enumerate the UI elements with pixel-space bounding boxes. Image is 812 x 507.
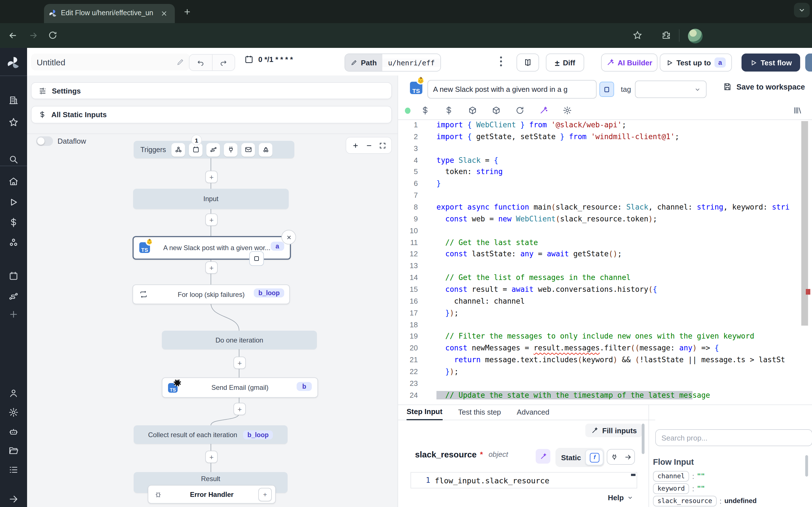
prop-row[interactable]: keyword:"" xyxy=(653,482,805,495)
test-flow-button[interactable]: Test flow xyxy=(742,54,800,71)
extensions-icon[interactable] xyxy=(661,31,671,40)
insert-step-button[interactable]: + xyxy=(205,451,218,463)
sidebar-search-icon[interactable] xyxy=(8,154,18,165)
insert-step-button[interactable]: + xyxy=(205,262,218,274)
sidebar-home-icon[interactable] xyxy=(8,176,18,186)
library-icon[interactable] xyxy=(793,106,802,115)
step-input-scrollbar[interactable] xyxy=(642,424,645,454)
code-line[interactable] xyxy=(437,190,803,202)
prop-row[interactable]: channel:"" xyxy=(653,470,805,482)
package-icon[interactable] xyxy=(468,106,477,115)
add-error-handler-button[interactable]: + xyxy=(258,488,272,501)
path-chip[interactable]: Path u/henri/eff xyxy=(345,54,441,71)
sidebar-folder-icon[interactable] xyxy=(8,446,18,456)
forward-icon[interactable] xyxy=(28,31,38,41)
editor-scrollbar[interactable] xyxy=(801,121,808,326)
stop-after-step-toggle[interactable] xyxy=(249,251,264,266)
help-button[interactable]: Help xyxy=(608,494,633,502)
cache-toggle-button[interactable] xyxy=(599,82,614,97)
schedule-cron[interactable]: 0 */1 * * * * xyxy=(244,55,293,64)
triggers-node[interactable]: Triggers xyxy=(134,141,294,158)
code-line[interactable] xyxy=(437,261,803,272)
javascript-expression-button[interactable]: f xyxy=(586,450,604,465)
tab-close-icon[interactable] xyxy=(160,10,168,17)
search-prop-input[interactable]: Search prop... xyxy=(655,429,812,446)
package-icon[interactable] xyxy=(492,106,501,115)
back-icon[interactable] xyxy=(8,31,18,41)
test-up-to-button[interactable]: Test up to a xyxy=(660,54,732,71)
prop-name-pill[interactable]: keyword xyxy=(653,483,689,494)
sidebar-play-icon[interactable] xyxy=(8,197,18,207)
prop-row[interactable]: slack_resource:undefined xyxy=(653,495,805,507)
sidebar-route-icon[interactable] xyxy=(8,291,18,301)
code-line[interactable] xyxy=(437,319,803,331)
step-summary-input[interactable]: A new Slack post with a given word in a … xyxy=(427,80,597,99)
sidebar-arrow-right-icon[interactable] xyxy=(8,494,18,504)
insert-step-button[interactable]: + xyxy=(205,171,218,183)
ai-suggest-button[interactable] xyxy=(536,449,550,464)
sidebar-robot-icon[interactable] xyxy=(8,427,18,437)
new-tab-icon[interactable] xyxy=(183,7,192,16)
code-line[interactable] xyxy=(437,378,803,390)
tab-advanced[interactable]: Advanced xyxy=(517,408,550,416)
diff-button[interactable]: ± Diff xyxy=(546,54,584,71)
collect-result-node[interactable]: Collect result of each iteration b_loop xyxy=(134,425,288,444)
send-email-node[interactable]: TS Send Email (gmail) b xyxy=(162,378,318,398)
trigger-poll-button[interactable] xyxy=(259,143,273,156)
prop-name-pill[interactable]: channel xyxy=(653,471,689,482)
sidebar-star-icon[interactable] xyxy=(8,117,18,127)
sidebar-gear-icon[interactable] xyxy=(8,407,18,417)
flow-name-input[interactable]: Untitled xyxy=(31,54,190,70)
windmill-logo[interactable] xyxy=(6,56,21,70)
save-to-workspace-button[interactable]: Save to workspace xyxy=(723,82,805,91)
insert-step-button[interactable]: + xyxy=(234,403,246,415)
redo-button[interactable] xyxy=(212,55,235,70)
fill-inputs-button[interactable]: Fill inputs xyxy=(585,424,643,437)
code-line[interactable]: return message.text.includes(keyword) &&… xyxy=(437,354,803,366)
code-line[interactable]: // Get the last state xyxy=(437,237,803,249)
browser-avatar[interactable] xyxy=(688,29,703,43)
code-line[interactable]: // Get the list of messages in the chann… xyxy=(437,272,803,284)
code-line[interactable] xyxy=(437,143,803,155)
insert-step-button[interactable]: + xyxy=(234,356,246,369)
input-mode-toggle[interactable]: Static f xyxy=(555,448,605,467)
gear-icon[interactable] xyxy=(563,106,572,115)
code-line[interactable]: }); xyxy=(437,366,803,378)
code-line[interactable]: const web = new WebClient(slack_resource… xyxy=(437,214,803,225)
code-line[interactable]: const lastState: any = await getState(); xyxy=(437,249,803,261)
sidebar-cubes-icon[interactable] xyxy=(8,238,18,248)
bookmark-star-icon[interactable] xyxy=(633,31,642,40)
connect-input-buttons[interactable] xyxy=(607,449,635,465)
do-one-iteration-node[interactable]: Do one iteration xyxy=(162,331,317,349)
dollar-icon[interactable] xyxy=(444,106,453,115)
code-line[interactable]: // Filter the messages to only include n… xyxy=(437,331,803,343)
docs-button[interactable] xyxy=(516,54,539,71)
tab-step-input[interactable]: Step Input xyxy=(407,404,442,420)
prop-name-pill[interactable]: slack_resource xyxy=(653,496,717,506)
refresh-icon[interactable] xyxy=(515,106,524,115)
sidebar-plus-icon[interactable] xyxy=(8,309,18,320)
code-line[interactable]: export async function main(slack_resourc… xyxy=(437,202,803,214)
trigger-plug-button[interactable] xyxy=(224,143,238,156)
code-line[interactable]: const newMessages = result.messages.filt… xyxy=(437,343,803,355)
code-line[interactable]: import { getState, setState } from 'wind… xyxy=(437,131,803,143)
code-line[interactable]: // Update the state with the timestamp o… xyxy=(437,390,803,402)
tab-test-this-step[interactable]: Test this step xyxy=(458,408,501,416)
undo-button[interactable] xyxy=(190,55,212,70)
browser-tab[interactable]: Edit Flow u/henri/effective_un xyxy=(44,4,175,23)
code-line[interactable]: } xyxy=(437,178,803,190)
flow-input-node[interactable]: Input xyxy=(133,189,289,209)
expression-editor[interactable]: 1 flow_input.slack_resource xyxy=(410,472,637,489)
code-line[interactable]: type Slack = { xyxy=(437,155,803,166)
code-editor[interactable]: import { WebClient } from '@slack/web-ap… xyxy=(437,119,803,404)
tag-select[interactable] xyxy=(635,80,707,98)
code-line[interactable]: const result = await web.conversations.h… xyxy=(437,284,803,296)
dollar-icon[interactable] xyxy=(421,106,430,115)
sidebar-dollar-icon[interactable] xyxy=(8,217,18,228)
trigger-webhook-button[interactable] xyxy=(172,143,185,156)
reload-icon[interactable] xyxy=(48,31,57,40)
trigger-route-button[interactable] xyxy=(207,143,220,156)
remove-step-button[interactable] xyxy=(282,230,296,244)
props-scrollbar[interactable] xyxy=(805,455,808,476)
trigger-mail-button[interactable] xyxy=(242,143,255,156)
